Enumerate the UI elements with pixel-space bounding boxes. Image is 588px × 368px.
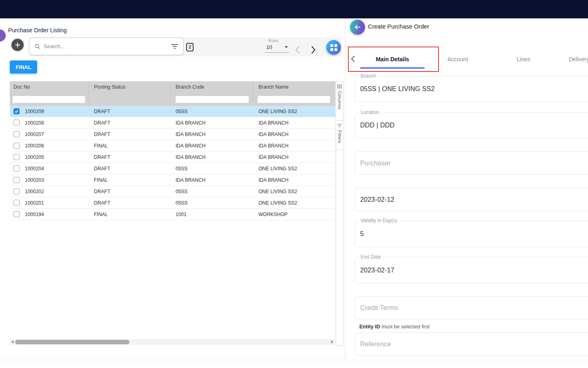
back-button[interactable]	[350, 20, 365, 35]
branch-code-cell: IDA BRANCH	[176, 177, 205, 183]
doc-no-cell: 1000203	[25, 177, 44, 183]
grid-icon	[330, 44, 337, 51]
posting-status-cell: DRAFT	[94, 120, 110, 126]
table-row[interactable]: 1000207 DRAFT IDA BRANCH IDA BRANCH	[10, 129, 335, 140]
table-header-row: Doc No Posting Status Branch Code Branch…	[10, 81, 335, 93]
filter-input-branch-code[interactable]	[176, 96, 249, 103]
posting-status-cell: DRAFT	[94, 132, 110, 137]
branch-code-cell: 05SS	[176, 166, 187, 172]
posting-status-cell: DRAFT	[94, 200, 110, 206]
row-checkbox[interactable]	[13, 177, 20, 183]
rows-label: Rows	[265, 38, 290, 43]
table-body: 1000209 DRAFT 05SS ONE LIVING SS2 100020…	[10, 106, 335, 220]
doc-no-cell: 1000194	[25, 212, 44, 217]
row-checkbox[interactable]	[13, 200, 20, 206]
pages-icon[interactable]: 2	[185, 42, 194, 52]
scroll-left-arrow[interactable]	[10, 339, 15, 345]
table-row[interactable]: 1000209 DRAFT 05SS ONE LIVING SS2	[10, 106, 335, 117]
branch-name-cell: IDA BRANCH	[258, 177, 288, 183]
grid-view-button[interactable]	[326, 40, 341, 55]
posting-status-cell: FINAL	[94, 177, 108, 183]
row-checkbox[interactable]	[13, 143, 20, 149]
tab-account[interactable]: Account	[439, 55, 476, 63]
branch-name-cell: ONE LIVING SS2	[258, 200, 297, 206]
row-checkbox[interactable]	[13, 165, 20, 172]
table-row[interactable]: 1000205 DRAFT IDA BRANCH IDA BRANCH	[10, 152, 335, 163]
filters-panel-label: Filters	[337, 130, 342, 143]
scrollbar-thumb[interactable]	[15, 340, 129, 344]
branch-code-cell: 05SS	[176, 189, 187, 194]
document-date-value: 2023-02-12	[360, 196, 394, 203]
search-box	[29, 38, 184, 55]
table-row[interactable]: 1000194 FINAL 1001 WORKSHOP	[10, 209, 335, 220]
filter-input-branch-name[interactable]	[258, 96, 330, 103]
branch-code-cell: IDA BRANCH	[176, 132, 205, 137]
tabs-scroll-left-chevron[interactable]	[351, 56, 355, 62]
branch-code-cell: 05SS	[176, 109, 187, 114]
posting-status-cell: FINAL	[94, 212, 108, 217]
search-input[interactable]	[44, 43, 168, 49]
table-row[interactable]: 1000201 DRAFT 05SS ONE LIVING SS2	[10, 197, 335, 209]
branch-field[interactable]: Branch 05SS | ONE LIVING SS2	[354, 76, 588, 102]
tab-main-details[interactable]: Main Details	[360, 55, 425, 63]
purchaser-field[interactable]: Purchaser	[354, 152, 588, 175]
table-row[interactable]: 1000208 DRAFT IDA BRANCH IDA BRANCH	[10, 117, 335, 129]
row-checkbox[interactable]	[13, 120, 20, 126]
document-date-field[interactable]: 2023-02-12	[354, 188, 588, 211]
table-row[interactable]: 1000203 FINAL IDA BRANCH IDA BRANCH	[10, 174, 335, 186]
search-icon	[34, 43, 40, 49]
location-field-label: Location	[359, 109, 381, 115]
branch-name-cell: IDA BRANCH	[258, 143, 288, 149]
reference-field-placeholder: Reference	[360, 341, 391, 348]
funnel-icon	[337, 123, 342, 128]
branch-name-cell: WORKSHOP	[258, 212, 287, 217]
add-button[interactable]: +	[10, 38, 25, 52]
row-checkbox[interactable]	[13, 108, 20, 114]
location-field-value: DDD | DDD	[360, 122, 394, 129]
edge-floating-button[interactable]	[0, 29, 6, 42]
filters-panel-toggle[interactable]: Filters	[336, 120, 343, 150]
doc-no-cell: 1000201	[25, 200, 44, 206]
credit-terms-field[interactable]: Credit Terms	[354, 296, 588, 319]
location-field[interactable]: Location DDD | DDD	[354, 112, 588, 138]
purchaser-field-placeholder: Purchaser	[360, 160, 391, 167]
filter-cell-posting-status	[89, 93, 171, 106]
branch-name-cell: ONE LIVING SS2	[258, 166, 297, 172]
row-checkbox[interactable]	[13, 131, 20, 137]
tab-lines[interactable]: Lines	[511, 55, 536, 63]
filter-list-icon[interactable]	[171, 44, 178, 49]
row-checkbox[interactable]	[13, 154, 20, 160]
reference-field[interactable]: Reference	[354, 332, 588, 356]
column-header-branch-name[interactable]: Branch Name	[253, 81, 335, 93]
branch-code-cell: 05SS	[176, 200, 187, 206]
arrow-left-icon	[354, 24, 361, 31]
doc-no-cell: 1000209	[25, 109, 44, 114]
page-title: Purchase Order Listing	[8, 27, 67, 33]
branch-code-cell: IDA BRANCH	[176, 154, 205, 160]
columns-panel-toggle[interactable]: Columns	[336, 82, 343, 120]
filter-input-doc-no[interactable]	[13, 96, 85, 103]
column-header-doc-no[interactable]: Doc No	[10, 81, 89, 93]
scroll-right-arrow[interactable]	[330, 339, 335, 345]
row-checkbox[interactable]	[13, 188, 20, 194]
next-page-button[interactable]	[311, 46, 316, 56]
column-header-posting-status[interactable]: Posting Status	[89, 81, 171, 93]
table-row[interactable]: 1000206 FINAL IDA BRANCH IDA BRANCH	[10, 140, 335, 152]
branch-name-cell: ONE LIVING SS2	[258, 189, 297, 194]
doc-no-cell: 1000205	[25, 154, 44, 160]
chevron-down-icon	[285, 46, 288, 48]
final-filter-button[interactable]: FINAL	[10, 60, 37, 74]
plus-icon: +	[15, 40, 20, 50]
end-date-field[interactable]: End Date 2023-02-17	[354, 257, 588, 283]
rows-per-page-select[interactable]: 10	[265, 44, 289, 53]
row-checkbox[interactable]	[13, 211, 20, 217]
tab-delivery[interactable]: Delivery	[555, 55, 588, 63]
column-header-branch-code[interactable]: Branch Code	[171, 81, 253, 93]
validity-field[interactable]: Validity in Day(s) 5	[354, 221, 588, 247]
doc-no-cell: 1000206	[25, 143, 44, 149]
table-row[interactable]: 1000204 DRAFT 05SS ONE LIVING SS2	[10, 163, 335, 174]
validity-field-label: Validity in Day(s)	[359, 218, 399, 223]
table-row[interactable]: 1000202 DRAFT 05SS ONE LIVING SS2	[10, 186, 335, 197]
previous-page-button[interactable]	[295, 46, 300, 56]
purchase-order-table: Doc No Posting Status Branch Code Branch…	[10, 81, 335, 220]
